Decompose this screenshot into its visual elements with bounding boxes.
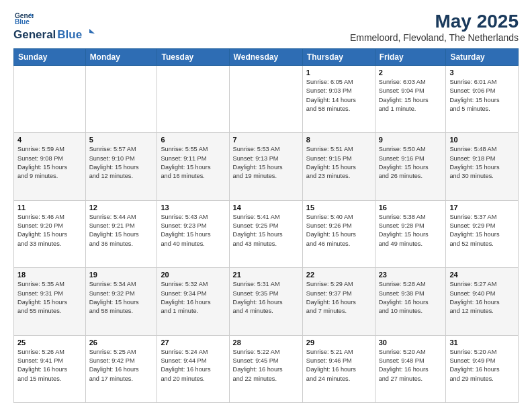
day-info: Sunrise: 5:35 AM Sunset: 9:31 PM Dayligh… (17, 280, 82, 316)
day-info: Sunrise: 5:26 AM Sunset: 9:41 PM Dayligh… (17, 348, 82, 383)
day-info: Sunrise: 5:25 AM Sunset: 9:42 PM Dayligh… (89, 348, 154, 383)
day-number: 2 (379, 68, 443, 77)
day-info: Sunrise: 5:50 AM Sunset: 9:16 PM Dayligh… (379, 145, 443, 181)
calendar-cell: 25Sunrise: 5:26 AM Sunset: 9:41 PM Dayli… (14, 335, 86, 402)
weekday-header-wednesday: Wednesday (229, 49, 302, 66)
day-info: Sunrise: 5:55 AM Sunset: 9:11 PM Dayligh… (161, 145, 225, 181)
calendar-cell: 10Sunrise: 5:48 AM Sunset: 9:18 PM Dayli… (446, 133, 519, 200)
calendar-cell: 2Sunrise: 6:03 AM Sunset: 9:04 PM Daylig… (375, 66, 446, 133)
logo-block: General Blue General Blue (13, 11, 95, 42)
page: General Blue General Blue May 2025 Emmel… (0, 0, 532, 411)
day-info: Sunrise: 5:24 AM Sunset: 9:44 PM Dayligh… (161, 348, 225, 383)
day-info: Sunrise: 5:43 AM Sunset: 9:23 PM Dayligh… (161, 213, 225, 248)
day-number: 6 (161, 136, 225, 144)
day-number: 9 (379, 136, 443, 144)
day-number: 25 (17, 338, 82, 347)
day-number: 1 (306, 68, 371, 77)
subtitle: Emmeloord, Flevoland, The Netherlands (350, 32, 519, 43)
calendar-cell: 17Sunrise: 5:37 AM Sunset: 9:29 PM Dayli… (446, 200, 519, 267)
calendar-cell: 28Sunrise: 5:22 AM Sunset: 9:45 PM Dayli… (229, 335, 302, 402)
calendar-cell: 18Sunrise: 5:35 AM Sunset: 9:31 PM Dayli… (14, 268, 86, 335)
calendar-cell: 14Sunrise: 5:41 AM Sunset: 9:25 PM Dayli… (229, 200, 302, 267)
calendar-cell: 12Sunrise: 5:44 AM Sunset: 9:21 PM Dayli… (85, 200, 157, 267)
day-number: 13 (161, 203, 225, 212)
calendar-cell (14, 66, 86, 133)
calendar-cell: 5Sunrise: 5:57 AM Sunset: 9:10 PM Daylig… (85, 133, 157, 200)
day-info: Sunrise: 5:40 AM Sunset: 9:26 PM Dayligh… (306, 213, 371, 248)
calendar-cell: 27Sunrise: 5:24 AM Sunset: 9:44 PM Dayli… (157, 335, 229, 402)
day-info: Sunrise: 5:37 AM Sunset: 9:29 PM Dayligh… (449, 213, 515, 248)
day-number: 22 (306, 271, 371, 279)
day-number: 30 (379, 338, 443, 347)
day-number: 18 (17, 271, 82, 279)
day-info: Sunrise: 6:05 AM Sunset: 9:03 PM Dayligh… (306, 78, 371, 113)
day-number: 28 (233, 338, 299, 347)
day-number: 14 (233, 203, 299, 212)
day-info: Sunrise: 5:41 AM Sunset: 9:25 PM Dayligh… (233, 213, 299, 248)
weekday-header-friday: Friday (375, 49, 446, 66)
calendar-cell: 31Sunrise: 5:20 AM Sunset: 9:49 PM Dayli… (446, 335, 519, 402)
calendar-week-2: 4Sunrise: 5:59 AM Sunset: 9:08 PM Daylig… (14, 133, 519, 200)
calendar-cell: 3Sunrise: 6:01 AM Sunset: 9:06 PM Daylig… (446, 66, 519, 133)
day-number: 17 (449, 203, 515, 212)
calendar-week-1: 1Sunrise: 6:05 AM Sunset: 9:03 PM Daylig… (14, 66, 519, 133)
calendar-cell: 16Sunrise: 5:38 AM Sunset: 9:28 PM Dayli… (375, 200, 446, 267)
header: General Blue General Blue May 2025 Emmel… (13, 11, 519, 43)
calendar-cell: 29Sunrise: 5:21 AM Sunset: 9:46 PM Dayli… (302, 335, 375, 402)
calendar-cell: 6Sunrise: 5:55 AM Sunset: 9:11 PM Daylig… (157, 133, 229, 200)
calendar-cell: 15Sunrise: 5:40 AM Sunset: 9:26 PM Dayli… (302, 200, 375, 267)
calendar-cell: 22Sunrise: 5:29 AM Sunset: 9:37 PM Dayli… (302, 268, 375, 335)
day-info: Sunrise: 5:59 AM Sunset: 9:08 PM Dayligh… (17, 145, 82, 181)
calendar-cell: 9Sunrise: 5:50 AM Sunset: 9:16 PM Daylig… (375, 133, 446, 200)
logo-icon: General Blue (15, 11, 34, 26)
day-info: Sunrise: 5:21 AM Sunset: 9:46 PM Dayligh… (306, 348, 371, 383)
day-number: 8 (306, 136, 371, 144)
logo: General Blue General Blue (13, 11, 95, 42)
weekday-header-sunday: Sunday (14, 49, 86, 66)
day-number: 10 (449, 136, 515, 144)
day-info: Sunrise: 5:29 AM Sunset: 9:37 PM Dayligh… (306, 280, 371, 316)
day-number: 19 (89, 271, 154, 279)
calendar-cell: 8Sunrise: 5:51 AM Sunset: 9:15 PM Daylig… (302, 133, 375, 200)
day-info: Sunrise: 5:44 AM Sunset: 9:21 PM Dayligh… (89, 213, 154, 248)
day-info: Sunrise: 5:31 AM Sunset: 9:35 PM Dayligh… (233, 280, 299, 316)
calendar-cell: 1Sunrise: 6:05 AM Sunset: 9:03 PM Daylig… (302, 66, 375, 133)
calendar-week-4: 18Sunrise: 5:35 AM Sunset: 9:31 PM Dayli… (14, 268, 519, 335)
calendar-cell: 23Sunrise: 5:28 AM Sunset: 9:38 PM Dayli… (375, 268, 446, 335)
calendar-week-3: 11Sunrise: 5:46 AM Sunset: 9:20 PM Dayli… (14, 200, 519, 267)
calendar-cell: 30Sunrise: 5:20 AM Sunset: 9:48 PM Dayli… (375, 335, 446, 402)
main-title: May 2025 (350, 11, 519, 32)
day-info: Sunrise: 5:20 AM Sunset: 9:48 PM Dayligh… (379, 348, 443, 383)
day-number: 26 (89, 338, 154, 347)
day-info: Sunrise: 5:32 AM Sunset: 9:34 PM Dayligh… (161, 280, 225, 316)
day-number: 31 (449, 338, 515, 347)
day-info: Sunrise: 5:22 AM Sunset: 9:45 PM Dayligh… (233, 348, 299, 383)
calendar-cell: 11Sunrise: 5:46 AM Sunset: 9:20 PM Dayli… (14, 200, 86, 267)
day-number: 4 (17, 136, 82, 144)
calendar-cell: 20Sunrise: 5:32 AM Sunset: 9:34 PM Dayli… (157, 268, 229, 335)
day-number: 20 (161, 271, 225, 279)
day-number: 11 (17, 203, 82, 212)
calendar-cell: 7Sunrise: 5:53 AM Sunset: 9:13 PM Daylig… (229, 133, 302, 200)
day-info: Sunrise: 5:46 AM Sunset: 9:20 PM Dayligh… (17, 213, 82, 248)
calendar-cell: 26Sunrise: 5:25 AM Sunset: 9:42 PM Dayli… (85, 335, 157, 402)
day-info: Sunrise: 5:28 AM Sunset: 9:38 PM Dayligh… (379, 280, 443, 316)
calendar-week-5: 25Sunrise: 5:26 AM Sunset: 9:41 PM Dayli… (14, 335, 519, 402)
svg-text:Blue: Blue (15, 18, 30, 26)
day-info: Sunrise: 6:01 AM Sunset: 9:06 PM Dayligh… (449, 78, 515, 113)
weekday-header-tuesday: Tuesday (157, 49, 229, 66)
svg-marker-3 (89, 29, 95, 34)
calendar-cell (85, 66, 157, 133)
day-info: Sunrise: 5:20 AM Sunset: 9:49 PM Dayligh… (449, 348, 515, 383)
title-block: May 2025 Emmeloord, Flevoland, The Nethe… (350, 11, 519, 43)
weekday-header-monday: Monday (85, 49, 157, 66)
logo-general: General (13, 28, 56, 42)
logo-bird-icon (83, 29, 95, 38)
calendar-cell: 13Sunrise: 5:43 AM Sunset: 9:23 PM Dayli… (157, 200, 229, 267)
day-info: Sunrise: 5:34 AM Sunset: 9:32 PM Dayligh… (89, 280, 154, 316)
day-number: 3 (449, 68, 515, 77)
calendar-cell: 19Sunrise: 5:34 AM Sunset: 9:32 PM Dayli… (85, 268, 157, 335)
day-number: 23 (379, 271, 443, 279)
day-number: 29 (306, 338, 371, 347)
day-info: Sunrise: 5:48 AM Sunset: 9:18 PM Dayligh… (449, 145, 515, 181)
